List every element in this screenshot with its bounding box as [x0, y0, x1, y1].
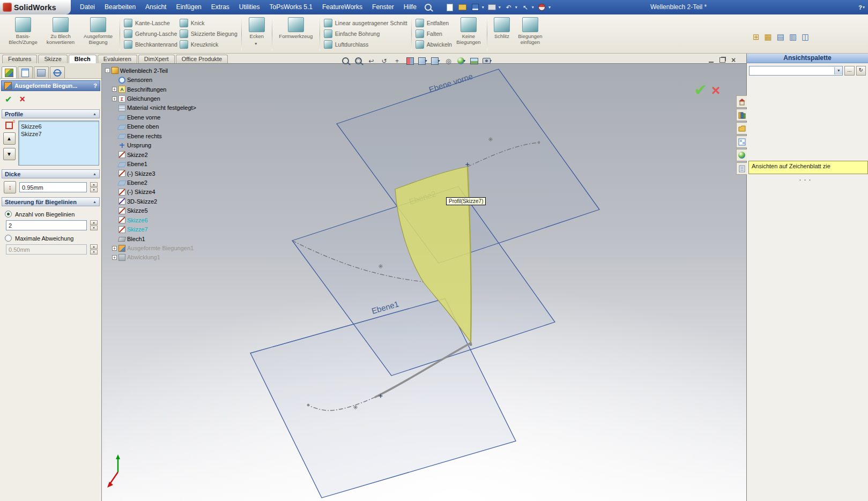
- search-icon[interactable]: [424, 3, 433, 12]
- document-combobox[interactable]: ▾: [749, 66, 843, 76]
- resources-tab[interactable]: [736, 95, 747, 108]
- rebuild-icon[interactable]: [537, 3, 547, 12]
- bendlines-count-input[interactable]: 2: [6, 220, 87, 230]
- tree-item[interactable]: Ebene oben: [105, 122, 226, 131]
- menu-item[interactable]: Datei: [75, 0, 100, 14]
- convert-to-sheetmetal-button[interactable]: Zu Blech konvertieren: [42, 14, 79, 53]
- command-tab[interactable]: Evaluieren: [98, 55, 137, 63]
- appearances-tab[interactable]: [736, 149, 747, 161]
- featuremanager-tab[interactable]: [18, 66, 33, 78]
- menu-item[interactable]: Bearbeiten: [100, 0, 140, 14]
- bendlines-group-header[interactable]: Steuerung für Biegelinien ▲: [2, 197, 100, 206]
- menu-item[interactable]: ToPsWorks 5.1: [264, 0, 317, 14]
- insert-bends-button[interactable]: Biegungen einfügen: [514, 14, 547, 53]
- profile-selection-list[interactable]: Skizze6Skizze7: [18, 121, 99, 166]
- table-toolbar-icon-5[interactable]: ◫: [802, 32, 809, 42]
- command-tab[interactable]: DimXpert: [138, 55, 175, 63]
- print-icon[interactable]: [487, 3, 497, 12]
- print-dropdown-icon[interactable]: ▾: [499, 5, 501, 10]
- thickness-group-header[interactable]: Dicke ▲: [2, 169, 100, 178]
- spin-up-icon[interactable]: ▲: [90, 220, 98, 225]
- table-toolbar-icon-4[interactable]: ▥: [789, 32, 797, 42]
- spin-down-icon[interactable]: ▼: [90, 226, 98, 230]
- tree-expander-icon[interactable]: -: [105, 68, 110, 73]
- tree-item[interactable]: Skizze5: [105, 206, 226, 215]
- rotate-view-icon[interactable]: ↺: [379, 56, 390, 66]
- pm-help-button[interactable]: ?: [93, 83, 97, 89]
- hide-show-items-icon[interactable]: ◎: [443, 56, 454, 66]
- tree-item[interactable]: Skizze6: [105, 215, 226, 225]
- ribbon-small-button[interactable]: Knick: [180, 19, 238, 27]
- minimize-button[interactable]: [709, 57, 714, 63]
- corners-dropdown-icon[interactable]: ▾: [255, 41, 257, 47]
- ribbon-small-button[interactable]: Abwickeln: [416, 40, 452, 49]
- table-toolbar-icon-1[interactable]: ⊞: [753, 32, 760, 42]
- move-up-button[interactable]: ▲: [3, 132, 16, 145]
- view-settings-icon[interactable]: ▾: [481, 56, 493, 66]
- save-dropdown-icon[interactable]: ▾: [482, 5, 484, 10]
- tree-item[interactable]: + Abwicklung1: [105, 253, 226, 262]
- undo-icon[interactable]: ↶: [504, 3, 514, 12]
- file-explorer-tab[interactable]: [736, 122, 747, 134]
- tree-item[interactable]: (-) Skizze4: [105, 188, 226, 197]
- thickness-spinner[interactable]: ▲ ▼: [90, 182, 98, 192]
- spin-down-icon[interactable]: ▼: [90, 188, 98, 192]
- display-style-icon[interactable]: ▾: [430, 56, 441, 66]
- view-orientation-icon[interactable]: ▾: [417, 56, 428, 66]
- move-down-button[interactable]: ▼: [3, 148, 16, 160]
- table-toolbar-icon-2[interactable]: ▦: [765, 32, 772, 42]
- close-button[interactable]: ×: [731, 57, 736, 63]
- restore-button[interactable]: [719, 57, 725, 63]
- ribbon-small-button[interactable]: Entfalten: [416, 19, 452, 27]
- previous-view-icon[interactable]: ↩: [366, 56, 377, 66]
- number-of-bendlines-radio[interactable]: [5, 211, 12, 218]
- profile-list-item[interactable]: Skizze7: [21, 130, 97, 138]
- command-tab[interactable]: Features: [2, 55, 37, 63]
- section-view-icon[interactable]: [404, 56, 416, 66]
- ribbon-small-button[interactable]: Gehrung-Lasche: [124, 29, 177, 38]
- combobox-dropdown-icon[interactable]: ▾: [834, 67, 842, 74]
- tree-item[interactable]: Ebene2: [105, 178, 226, 187]
- tree-item[interactable]: Skizze7: [105, 225, 226, 234]
- menu-item[interactable]: Einfügen: [171, 0, 206, 14]
- configurationmanager-tab[interactable]: [34, 66, 49, 78]
- design-library-tab[interactable]: [736, 109, 747, 121]
- tree-item[interactable]: Skizze2: [105, 150, 226, 159]
- menu-item[interactable]: Hilfe: [399, 0, 421, 14]
- forming-tool-button[interactable]: Formwerkzeug: [275, 14, 317, 53]
- pm-ok-button[interactable]: ✔: [5, 94, 12, 104]
- ribbon-small-button[interactable]: Einfache Bohrung: [324, 29, 407, 38]
- menu-item[interactable]: FeatureWorks: [317, 0, 367, 14]
- tree-item[interactable]: Material <nicht festgelegt>: [105, 103, 226, 113]
- select-dropdown-icon[interactable]: ▾: [532, 5, 534, 10]
- apply-scene-icon[interactable]: [469, 56, 480, 66]
- edit-appearance-icon[interactable]: ▾: [456, 56, 467, 66]
- reverse-direction-button[interactable]: ↕: [4, 181, 16, 193]
- tree-item[interactable]: Ebene rechts: [105, 131, 226, 140]
- max-deviation-radio[interactable]: [5, 235, 12, 242]
- bendlines-count-spinner[interactable]: ▲ ▼: [90, 220, 98, 230]
- tree-item[interactable]: 3D-Skizze2: [105, 197, 226, 206]
- spin-up-icon[interactable]: ▲: [90, 182, 98, 187]
- lofted-bend-button[interactable]: Ausgeformte Biegung: [79, 14, 117, 53]
- tree-item[interactable]: Sensoren: [105, 75, 226, 84]
- tree-expander-icon[interactable]: +: [112, 96, 117, 101]
- dimxpertmanager-tab[interactable]: [50, 66, 65, 78]
- tree-expander-icon[interactable]: +: [112, 255, 117, 260]
- menu-item[interactable]: Utilities: [234, 0, 265, 14]
- refresh-button[interactable]: ↻: [856, 66, 866, 76]
- base-flange-button[interactable]: Basis-Blech/Zunge: [4, 14, 42, 53]
- tree-item[interactable]: Ebene1: [105, 159, 226, 168]
- ribbon-small-button[interactable]: Falten: [416, 29, 452, 38]
- thickness-input[interactable]: 0.95mm: [19, 182, 87, 192]
- corners-button[interactable]: Ecken ▾: [244, 14, 269, 53]
- tree-item[interactable]: Blech1: [105, 234, 226, 243]
- tree-item[interactable]: - Wellenblech 2-Teil: [105, 66, 226, 75]
- profile-list-item[interactable]: Skizze6: [21, 123, 97, 130]
- help-button[interactable]: ? ▾: [858, 0, 865, 14]
- browse-button[interactable]: ...: [844, 66, 854, 76]
- tree-item[interactable]: + Ausgeformte Biegungen1: [105, 243, 226, 252]
- propertymanager-tab[interactable]: [2, 66, 17, 78]
- tree-item[interactable]: Ursprung: [105, 141, 226, 150]
- save-icon[interactable]: [471, 3, 480, 12]
